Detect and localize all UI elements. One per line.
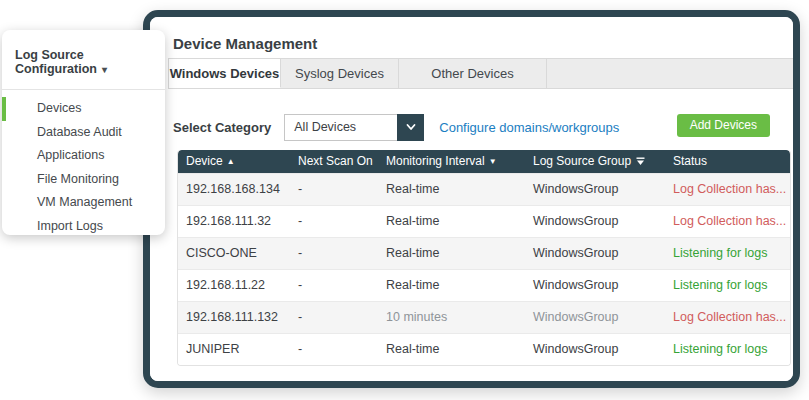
- group-cell: WindowsGroup: [525, 334, 665, 365]
- next-scan-cell: -: [290, 174, 378, 205]
- device-cell: CISCO-ONE: [178, 238, 290, 269]
- group-cell: WindowsGroup: [525, 238, 665, 269]
- interval-cell: Real-time: [378, 174, 525, 205]
- sidebar-item-import-logs[interactable]: Import Logs: [2, 215, 165, 239]
- table-row[interactable]: 192.168.168.134 - Real-time WindowsGroup…: [178, 173, 790, 205]
- next-scan-cell: -: [290, 206, 378, 237]
- device-tabs: Windows Devices Syslog Devices Other Dev…: [168, 58, 793, 89]
- log-source-configuration-card: Log Source Configuration▾ Devices Databa…: [2, 30, 165, 235]
- device-cell: 192.168.11.22: [178, 270, 290, 301]
- tab-label: Syslog Devices: [295, 66, 384, 81]
- status-cell[interactable]: Listening for logs: [665, 334, 790, 365]
- group-cell: WindowsGroup: [525, 302, 665, 333]
- interval-cell: Real-time: [378, 270, 525, 301]
- device-cell: 192.168.168.134: [178, 174, 290, 205]
- interval-cell: Real-time: [378, 334, 525, 365]
- column-header-next-scan-on[interactable]: Next Scan On: [290, 150, 378, 173]
- sidebar-title-label: Log Source Configuration: [15, 48, 97, 76]
- sort-asc-icon: ▲: [227, 157, 235, 166]
- column-header-status[interactable]: Status: [665, 150, 790, 173]
- sort-desc-icon: ▼: [489, 157, 497, 166]
- tab-syslog-devices[interactable]: Syslog Devices: [281, 59, 399, 88]
- interval-cell: Real-time: [378, 238, 525, 269]
- sidebar-item-label: Applications: [37, 148, 104, 162]
- chevron-down-icon: [405, 121, 417, 133]
- sidebar-menu: Devices Database Audit Applications File…: [2, 90, 165, 238]
- column-header-log-source-group[interactable]: Log Source Group: [525, 150, 665, 173]
- log-source-configuration-dropdown[interactable]: Log Source Configuration▾: [2, 30, 165, 90]
- table-row[interactable]: 192.168.111.32 - Real-time WindowsGroup …: [178, 205, 790, 237]
- table-header-row: Device▲ Next Scan On Monitoring Interval…: [178, 150, 790, 173]
- table-row[interactable]: 192.168.11.22 - Real-time WindowsGroup L…: [178, 269, 790, 301]
- group-cell: WindowsGroup: [525, 270, 665, 301]
- next-scan-cell: -: [290, 334, 378, 365]
- sidebar-item-label: VM Management: [37, 195, 132, 209]
- sidebar-item-file-monitoring[interactable]: File Monitoring: [2, 168, 165, 192]
- tab-label: Other Devices: [431, 66, 513, 81]
- device-cell: JUNIPER: [178, 334, 290, 365]
- sidebar-item-devices[interactable]: Devices: [2, 97, 165, 121]
- tab-label: Windows Devices: [170, 66, 280, 81]
- sidebar-item-label: Database Audit: [37, 125, 122, 139]
- group-cell: WindowsGroup: [525, 174, 665, 205]
- status-cell[interactable]: Listening for logs: [665, 270, 790, 301]
- interval-cell: 10 minutes: [378, 302, 525, 333]
- device-management-panel: Device Management Windows Devices Syslog…: [143, 10, 800, 388]
- sidebar-item-label: Devices: [37, 101, 81, 115]
- interval-cell: Real-time: [378, 206, 525, 237]
- sidebar-item-applications[interactable]: Applications: [2, 144, 165, 168]
- configure-domains-link[interactable]: Configure domains/workgroups: [439, 120, 619, 135]
- table-row[interactable]: 192.168.111.132 - 10 minutes WindowsGrou…: [178, 301, 790, 333]
- status-cell[interactable]: Log Collection has...: [665, 206, 790, 237]
- next-scan-cell: -: [290, 302, 378, 333]
- sidebar-item-database-audit[interactable]: Database Audit: [2, 121, 165, 145]
- group-cell: WindowsGroup: [525, 206, 665, 237]
- tab-windows-devices[interactable]: Windows Devices: [169, 59, 281, 88]
- select-category-label: Select Category: [173, 120, 271, 135]
- category-select[interactable]: All Devices: [284, 114, 424, 141]
- column-header-monitoring-interval[interactable]: Monitoring Interval▼: [378, 150, 525, 173]
- table-row[interactable]: CISCO-ONE - Real-time WindowsGroup Liste…: [178, 237, 790, 269]
- category-selected-value: All Devices: [294, 115, 356, 140]
- add-devices-button[interactable]: Add Devices: [677, 114, 770, 137]
- filter-icon: [636, 157, 645, 166]
- device-cell: 192.168.111.32: [178, 206, 290, 237]
- devices-table: Device▲ Next Scan On Monitoring Interval…: [177, 150, 791, 366]
- category-select-button[interactable]: [397, 114, 424, 141]
- next-scan-cell: -: [290, 238, 378, 269]
- tab-other-devices[interactable]: Other Devices: [399, 59, 547, 88]
- status-cell[interactable]: Log Collection has...: [665, 174, 790, 205]
- device-cell: 192.168.111.132: [178, 302, 290, 333]
- sidebar-item-vm-management[interactable]: VM Management: [2, 191, 165, 215]
- panel-content: Device Management Windows Devices Syslog…: [150, 17, 793, 381]
- page-title: Device Management: [173, 35, 317, 52]
- status-cell[interactable]: Log Collection has...: [665, 302, 790, 333]
- toolbar: Select Category All Devices Configure do…: [173, 113, 793, 141]
- table-row[interactable]: JUNIPER - Real-time WindowsGroup Listeni…: [178, 333, 790, 365]
- column-header-device[interactable]: Device▲: [178, 150, 290, 173]
- caret-down-icon: ▾: [102, 64, 107, 75]
- status-cell[interactable]: Listening for logs: [665, 238, 790, 269]
- sidebar-item-label: Import Logs: [37, 219, 103, 233]
- next-scan-cell: -: [290, 270, 378, 301]
- sidebar-item-label: File Monitoring: [37, 172, 119, 186]
- screen: Device Management Windows Devices Syslog…: [0, 0, 809, 400]
